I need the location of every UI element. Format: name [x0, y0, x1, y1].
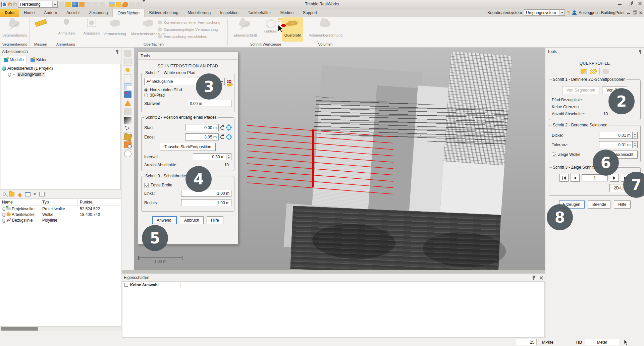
- select-area-icon[interactable]: [124, 74, 131, 81]
- table-row[interactable]: Arbeitswolke Wolke 18.400.740: [0, 212, 121, 217]
- beende-button[interactable]: Beende: [588, 200, 610, 209]
- cube-icon[interactable]: [123, 133, 132, 141]
- tab-modellierung[interactable]: Modellierung: [183, 9, 216, 17]
- edit-2d-icon[interactable]: 2D: [227, 79, 231, 83]
- segmentierung-button[interactable]: Segmentierung: [1, 17, 28, 38]
- scrollbar-thumb[interactable]: [1, 327, 38, 331]
- table-row[interactable]: Projektwolke Projektwolke 52.524.522: [0, 206, 121, 212]
- tab-datei[interactable]: Datei: [0, 9, 19, 17]
- ebenenschnitt-button[interactable]: Ebenenschnitt: [230, 17, 260, 38]
- tab-inspektion[interactable]: Inspektion: [215, 9, 243, 17]
- view-list-icon[interactable]: [25, 192, 31, 196]
- cloud-tool-icon[interactable]: [602, 69, 609, 74]
- tab-support[interactable]: Support: [298, 9, 322, 17]
- hatch-section-icon[interactable]: [590, 69, 597, 74]
- horizontal-scrollbar[interactable]: [0, 326, 121, 331]
- toleranz-input[interactable]: 0.01 m: [599, 141, 633, 148]
- search-icon[interactable]: [3, 192, 6, 196]
- point-density-input[interactable]: 25: [516, 339, 537, 345]
- disc-icon[interactable]: [136, 2, 142, 7]
- tree-item-buildingpoint[interactable]: BuildingPoint *: [2, 71, 120, 77]
- reset-end-icon[interactable]: [220, 135, 224, 139]
- logout-label[interactable]: Ausloggen : BuildingPoint: [579, 10, 625, 15]
- new-folder-icon[interactable]: [9, 192, 14, 196]
- start-input[interactable]: 0.00 m: [185, 124, 219, 131]
- radio-horizontal-path[interactable]: [144, 88, 148, 92]
- doc-close-button[interactable]: [639, 11, 642, 14]
- tab-zeichnung[interactable]: Zeichnung: [84, 9, 112, 17]
- rechts-input[interactable]: 1.00 m: [181, 199, 231, 206]
- reset-start-icon[interactable]: [220, 126, 224, 130]
- tab-ansicht[interactable]: Ansicht: [62, 9, 84, 17]
- tree-item-workspace[interactable]: Arbeitsbereich (1 Projekt): [2, 65, 120, 71]
- vermaschung-verschieben-button[interactable]: Vermaschung verschieben: [158, 33, 220, 40]
- minimize-button[interactable]: [618, 1, 622, 5]
- tab-modelle[interactable]: Modelle: [1, 56, 27, 64]
- up-arrow-icon[interactable]: [17, 193, 22, 195]
- help-icon[interactable]: ?: [567, 10, 570, 15]
- tab-tankbehaelter[interactable]: Tankbehälter: [243, 9, 276, 17]
- first-section-button[interactable]: [559, 174, 569, 182]
- edit-profile-icon[interactable]: [581, 69, 587, 74]
- undo-icon[interactable]: [8, 2, 12, 6]
- close-panel-icon[interactable]: [539, 276, 543, 280]
- warning-icon[interactable]: [124, 100, 131, 106]
- save-icon[interactable]: [86, 2, 91, 7]
- apply-button[interactable]: Anwend.: [152, 216, 177, 224]
- unit-dropdown[interactable]: Meter: [585, 339, 619, 345]
- pin-icon[interactable]: [639, 49, 642, 54]
- intervall-input[interactable]: 0.30 m: [193, 153, 226, 160]
- pin-marker-icon[interactable]: [122, 2, 128, 7]
- columns-icon[interactable]: [39, 192, 45, 196]
- von-segmenten-button[interactable]: Von Segmenten: [562, 86, 599, 94]
- radio-3d-path[interactable]: [144, 94, 148, 97]
- selection-row[interactable]: Keine Auswahl: [122, 282, 544, 288]
- links-input[interactable]: 1.00 m: [181, 190, 231, 197]
- sphere-icon[interactable]: [124, 151, 131, 157]
- viewport-3d[interactable]: 1.00 m Tools SCHNITTPOSTITION AN PFAD Sc…: [134, 48, 545, 270]
- bulb-icon[interactable]: [2, 207, 5, 211]
- startwert-input[interactable]: 0.00 m: [188, 100, 231, 107]
- pin-icon[interactable]: [116, 49, 119, 54]
- cancel-button[interactable]: Abbruch: [180, 216, 204, 224]
- bulb-icon[interactable]: [2, 219, 5, 222]
- sampling-icon[interactable]: [124, 125, 131, 131]
- open-icon[interactable]: [59, 2, 64, 7]
- report-icon[interactable]: [99, 2, 105, 7]
- zusammengelegte-vermaschung-button[interactable]: Zusammengelegte Vermaschung: [158, 26, 220, 33]
- messen-button[interactable]: [32, 17, 51, 38]
- restore-button[interactable]: [628, 1, 632, 5]
- next-section-button[interactable]: [610, 174, 619, 182]
- tab-bilder[interactable]: Bilder: [28, 56, 50, 64]
- print-icon[interactable]: [124, 108, 131, 115]
- redo-icon[interactable]: [13, 2, 17, 6]
- camera-icon[interactable]: [79, 2, 85, 7]
- template-dropdown[interactable]: Herstellung: [18, 1, 58, 8]
- save-as-icon[interactable]: [92, 2, 98, 7]
- tools-icon[interactable]: [116, 2, 121, 7]
- bulb-icon[interactable]: [2, 213, 5, 216]
- tab-home[interactable]: Home: [19, 9, 39, 17]
- tab-oberflaechen[interactable]: Oberflächen: [112, 9, 144, 17]
- bulb-icon[interactable]: [8, 73, 11, 76]
- doc-restore-button[interactable]: [633, 11, 636, 14]
- table-header[interactable]: Name Typ Punkte: [0, 199, 121, 206]
- qat-overflow-icon[interactable]: [143, 2, 145, 7]
- close-button[interactable]: [638, 1, 642, 5]
- image-zoom-icon[interactable]: [124, 141, 131, 148]
- anmerken-button[interactable]: Anmerken: [54, 17, 79, 38]
- horizontal-splitter[interactable]: [122, 270, 545, 274]
- toleranz-spinner[interactable]: [633, 141, 638, 148]
- gradient-display-icon[interactable]: [124, 117, 131, 124]
- konvertiere-vermaschung-button[interactable]: Konvertiere zu einer Vermaschung: [158, 19, 220, 26]
- dicke-spinner[interactable]: [633, 132, 638, 139]
- pick-start-icon[interactable]: [226, 125, 231, 130]
- anpassen-button[interactable]: Anpassen: [82, 17, 102, 38]
- doc-minimize-button[interactable]: [627, 11, 630, 14]
- table-row[interactable]: Bezugslinie Polylinie: [0, 217, 121, 223]
- vermaschung-button[interactable]: Vermaschung: [102, 17, 128, 38]
- ende-input[interactable]: 3.05 m: [185, 133, 219, 140]
- dialog-title[interactable]: Tools: [138, 52, 238, 60]
- search-icon[interactable]: [65, 2, 71, 7]
- swap-start-end-button[interactable]: Tausche Start/Endposition: [160, 143, 215, 151]
